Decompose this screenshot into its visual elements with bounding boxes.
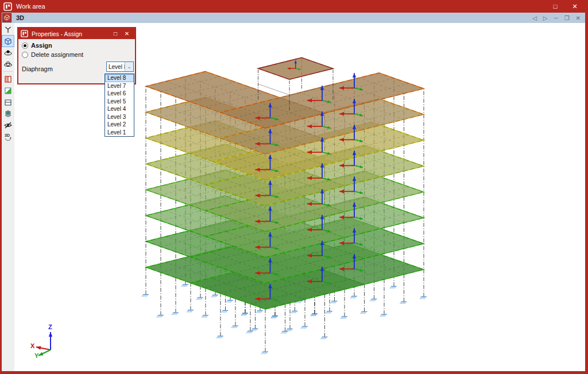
dialog-title: Properties - Assign bbox=[32, 30, 82, 37]
view-tabbar: 3D ◁ ▷ ─ ❐ ✕ bbox=[2, 13, 585, 23]
dropdown-item-level-3[interactable]: Level 3 bbox=[105, 113, 134, 121]
isometric-axes-icon[interactable] bbox=[2, 24, 14, 35]
toolbar-separator bbox=[3, 71, 13, 72]
view-toolbar: 3D bbox=[2, 23, 14, 371]
orbit-sphere-icon[interactable] bbox=[2, 59, 14, 70]
dialog-close-button[interactable]: ✕ bbox=[121, 28, 133, 39]
dropdown-item-level-7[interactable]: Level 7 bbox=[105, 82, 134, 90]
axis-x-label: X bbox=[30, 342, 35, 349]
axis-y-label: Y bbox=[34, 352, 39, 359]
dropdown-item-level-4[interactable]: Level 4 bbox=[105, 105, 134, 113]
nav-forward-button[interactable]: ▷ bbox=[543, 15, 548, 21]
radio-row-assign[interactable]: Assign bbox=[22, 42, 52, 49]
child-close-button[interactable]: ✕ bbox=[576, 15, 581, 21]
shade-view-icon[interactable] bbox=[2, 85, 14, 96]
app-icon bbox=[3, 2, 12, 11]
diaphragm-dropdown-list: Level 8Level 7Level 6Level 5Level 4Level… bbox=[105, 74, 134, 137]
radio-assign-label: Assign bbox=[31, 42, 52, 49]
diaphragm-field-label: Diaphragm bbox=[22, 65, 53, 72]
window-titlebar[interactable]: Work area □ ✕ bbox=[0, 0, 588, 13]
window-frame-left bbox=[0, 13, 2, 374]
maximize-button[interactable]: □ bbox=[546, 0, 565, 13]
svg-text:3D: 3D bbox=[5, 133, 10, 137]
select-3d-box-icon[interactable] bbox=[2, 36, 14, 47]
dropdown-item-level-1[interactable]: Level 1 bbox=[105, 129, 134, 137]
radio-assign[interactable] bbox=[22, 43, 28, 49]
radio-delete-assignment-label: Delete assignment bbox=[31, 51, 83, 58]
rotate-3d-icon[interactable]: 3D bbox=[2, 131, 14, 142]
dropdown-item-level-5[interactable]: Level 5 bbox=[105, 98, 134, 106]
3d-view-icon[interactable] bbox=[2, 13, 11, 22]
child-minimize-button[interactable]: ─ bbox=[554, 15, 558, 21]
hide-entities-icon[interactable] bbox=[2, 119, 14, 130]
section-frame-icon[interactable] bbox=[2, 97, 14, 107]
window-frame-bottom bbox=[0, 371, 588, 374]
dialog-maximize-button[interactable]: □ bbox=[110, 28, 121, 39]
close-button[interactable]: ✕ bbox=[565, 0, 585, 13]
combobox-value: Level 8 bbox=[107, 62, 125, 71]
orbit-point-icon[interactable] bbox=[2, 47, 14, 58]
radio-row-delete-assignment[interactable]: Delete assignment bbox=[22, 51, 83, 58]
window-title: Work area bbox=[16, 3, 45, 10]
diaphragm-combobox[interactable]: Level 8 ⌄ bbox=[106, 61, 134, 72]
nav-back-button[interactable]: ◁ bbox=[532, 15, 537, 21]
child-restore-button[interactable]: ❐ bbox=[564, 15, 570, 21]
dropdown-item-level-6[interactable]: Level 6 bbox=[105, 90, 134, 98]
window-frame-right bbox=[585, 13, 588, 374]
radio-delete-assignment[interactable] bbox=[22, 52, 28, 58]
dropdown-item-level-8[interactable]: Level 8 bbox=[105, 74, 134, 82]
chevron-down-icon[interactable]: ⌄ bbox=[125, 62, 133, 71]
dialog-app-icon bbox=[21, 30, 28, 37]
dropdown-item-level-2[interactable]: Level 2 bbox=[105, 121, 134, 129]
layers-icon[interactable] bbox=[2, 108, 14, 119]
application-window: { "window": { "title": "Work area", "con… bbox=[0, 0, 588, 374]
dialog-titlebar[interactable]: Properties - Assign □ ✕ bbox=[18, 28, 135, 39]
render-box-icon[interactable] bbox=[2, 74, 14, 84]
tab-3d-label[interactable]: 3D bbox=[16, 14, 24, 21]
axis-z-label: Z bbox=[48, 323, 52, 330]
